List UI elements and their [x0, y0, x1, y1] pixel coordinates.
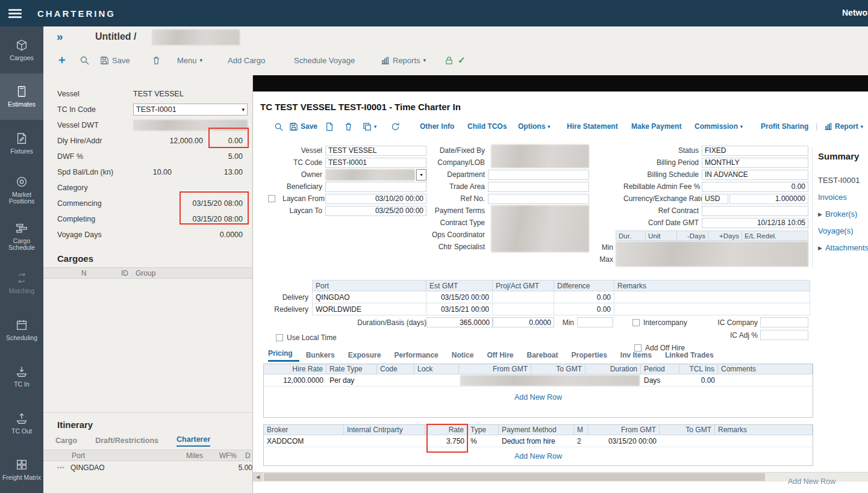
broker-add-new-row-link[interactable]: Add New Row	[264, 452, 813, 460]
broker-remarks-cell[interactable]	[715, 435, 813, 447]
internal-cntrparty-cell[interactable]	[344, 435, 425, 447]
tcl-ins-cell[interactable]: 0.00	[679, 374, 718, 386]
spd-ballast-field[interactable]: 10.00	[133, 168, 176, 176]
redelivery-proj-act-cell[interactable]	[493, 303, 554, 315]
min-duration-field[interactable]	[577, 317, 613, 327]
schedule-voyage-button[interactable]: Schedule Voyage	[294, 53, 355, 67]
comments-cell[interactable]	[718, 374, 813, 386]
profit-sharing-button[interactable]: Profit Sharing	[761, 120, 808, 133]
tab-bareboat[interactable]: Bareboat	[520, 351, 564, 362]
pricing-row[interactable]: 12,000.0000 Per day Days 0.00	[264, 374, 813, 386]
laycan-to-field[interactable]: 03/25/20 00:00	[325, 206, 426, 216]
copy-button[interactable]: ▾	[363, 120, 376, 133]
menu-button[interactable]: Menu ▾	[177, 53, 202, 67]
delete-button[interactable]	[152, 53, 161, 67]
ref-no-field[interactable]	[488, 194, 589, 204]
tab-draft-restrictions[interactable]: Draft/Restrictions	[95, 436, 158, 447]
sidebar-item-market-positions[interactable]: Market Positions	[0, 167, 43, 214]
report-button[interactable]: Report ▾	[824, 120, 863, 133]
delivery-row[interactable]: QINGDAO 03/15/20 00:00 0.00	[312, 291, 810, 303]
hire-rate-cell[interactable]: 12,000.0000	[264, 374, 326, 386]
status-field[interactable]: FIXED	[702, 146, 808, 156]
use-local-time-checkbox[interactable]	[276, 334, 283, 341]
itinerary-row[interactable]: ••• QINGDAO 5.00	[43, 461, 252, 474]
sidebar-item-scheduling[interactable]: Scheduling	[0, 306, 43, 353]
make-payment-button[interactable]: Make Payment	[631, 120, 681, 133]
laycan-from-field[interactable]: 03/10/20 00:00	[325, 194, 426, 204]
horizontal-scrollbar[interactable]: ◀	[253, 472, 868, 482]
broker-rate-cell[interactable]: 3.750	[425, 435, 467, 447]
ic-company-field[interactable]	[760, 317, 808, 327]
summary-invoices-link[interactable]: Invoices	[818, 193, 868, 202]
voyage-days-field[interactable]: 0.0000	[133, 231, 248, 239]
tc-code-field[interactable]: TEST-I0001	[325, 158, 426, 168]
summary-voyages-link[interactable]: Voyage(s)	[818, 226, 868, 235]
commencing-field[interactable]: 03/15/20 08:00	[133, 199, 248, 208]
use-local-time-option[interactable]: Use Local Time	[276, 333, 337, 342]
trade-area-field[interactable]	[488, 182, 589, 192]
sidebar-item-estimates[interactable]: Estimates	[0, 73, 43, 120]
dwf-field[interactable]: 5.00	[133, 152, 248, 161]
m-cell[interactable]: 2	[574, 435, 589, 447]
delivery-proj-act-cell[interactable]	[493, 291, 554, 303]
basis-field[interactable]: 0.0000	[493, 317, 554, 327]
terms-coordinator-fields-redacted[interactable]	[491, 205, 589, 252]
sidebar-item-fixtures[interactable]: Fixtures	[0, 120, 43, 167]
sidebar-item-freight-matrix[interactable]: Freight Matrix	[0, 447, 43, 493]
redelivery-remarks-cell[interactable]	[614, 303, 810, 315]
delivery-difference-cell[interactable]: 0.00	[554, 291, 614, 303]
date-company-fields-redacted[interactable]	[491, 144, 589, 168]
rate-type-cell[interactable]: Per day	[326, 374, 377, 386]
tc-in-code-select[interactable]: TEST-I0001 ▾	[133, 104, 248, 116]
ic-adj-field[interactable]	[760, 330, 808, 340]
collapse-panel-icon[interactable]: »	[57, 30, 63, 43]
vessel-dwt-field[interactable]	[133, 120, 248, 131]
new-document-button[interactable]	[325, 120, 334, 133]
network-menu[interactable]: Network	[842, 8, 868, 17]
search-button[interactable]	[80, 53, 89, 67]
bottom-add-new-row-link[interactable]: Add New Row	[788, 477, 835, 486]
sidebar-item-tc-in[interactable]: TC In	[0, 353, 43, 400]
redelivery-port-cell[interactable]: WORLDWIDE	[312, 303, 426, 315]
tab-pricing[interactable]: Pricing	[268, 349, 299, 362]
row-menu-icon[interactable]: •••	[57, 465, 70, 471]
tab-charterer[interactable]: Charterer	[176, 435, 210, 447]
period-cell[interactable]: Days	[641, 374, 679, 386]
broker-from-gmt-cell[interactable]: 03/15/20 00:00	[589, 435, 660, 447]
sidebar-item-tc-out[interactable]: TC Out	[0, 400, 43, 447]
new-estimate-button[interactable]: +	[58, 53, 66, 67]
owner-dropdown-button[interactable]: ▾	[416, 169, 426, 181]
vessel-value[interactable]: TEST VESSEL	[133, 90, 184, 98]
save-button[interactable]: Save	[100, 53, 130, 67]
redelivery-est-gmt-cell[interactable]: 03/15/21 00:00	[426, 303, 493, 315]
tab-notice[interactable]: Notice	[445, 351, 481, 362]
delivery-port-cell[interactable]: QINGDAO	[312, 291, 426, 303]
options-button[interactable]: Options ▾	[518, 120, 550, 133]
ref-contract-field[interactable]	[702, 206, 808, 216]
reports-button[interactable]: Reports ▾	[381, 53, 426, 67]
owner-field-redacted[interactable]	[325, 169, 415, 181]
redelivery-row[interactable]: WORLDWIDE 03/15/21 00:00 0.00	[312, 303, 810, 315]
scroll-left-arrow[interactable]: ◀	[253, 473, 263, 482]
exchange-rate-field[interactable]: 1.000000	[729, 194, 808, 204]
completing-field[interactable]: 03/15/20 08:00	[133, 215, 248, 223]
refresh-button[interactable]	[391, 120, 400, 133]
tab-inv-items[interactable]: Inv Items	[614, 351, 658, 362]
commission-button[interactable]: Commission ▾	[695, 120, 743, 133]
tab-off-hire[interactable]: Off Hire	[480, 351, 520, 362]
intercompany-option[interactable]: Intercompany	[632, 318, 687, 327]
min-max-rows-redacted[interactable]	[616, 241, 808, 267]
sidebar-item-cargo-schedule[interactable]: Cargo Schedule	[0, 213, 43, 260]
broker-type-cell[interactable]: %	[467, 435, 499, 447]
payment-method-cell[interactable]: Deduct from hire	[499, 435, 574, 447]
code-cell[interactable]	[377, 374, 414, 386]
addr-commission-field[interactable]: 0.00	[208, 137, 248, 145]
dly-hire-field[interactable]: 12,000.00	[133, 137, 208, 145]
delivery-est-gmt-cell[interactable]: 03/15/20 00:00	[426, 291, 493, 303]
hamburger-menu-icon[interactable]	[8, 9, 22, 18]
delete-button[interactable]	[344, 120, 353, 133]
tab-cargo[interactable]: Cargo	[55, 436, 77, 447]
redelivery-difference-cell[interactable]: 0.00	[554, 303, 614, 315]
department-field[interactable]	[488, 170, 589, 180]
tab-exposure[interactable]: Exposure	[342, 351, 388, 362]
